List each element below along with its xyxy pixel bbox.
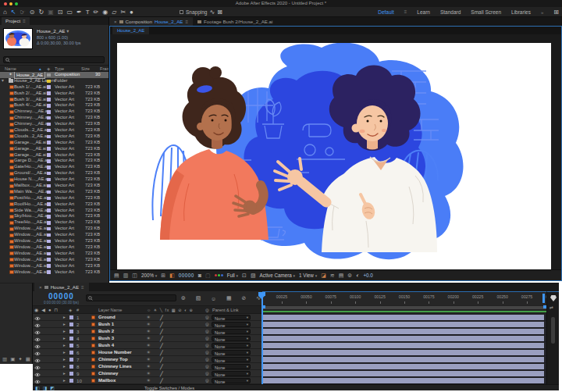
label-swatch[interactable] <box>47 153 51 157</box>
label-swatch[interactable] <box>47 202 51 206</box>
column-type[interactable]: Type <box>55 66 64 72</box>
region-of-interest-icon[interactable]: ⊡ <box>242 273 247 279</box>
layer-color-swatch[interactable] <box>69 351 73 355</box>
layer-color-swatch[interactable] <box>69 315 73 319</box>
twirl-icon[interactable]: ▾ <box>2 78 4 84</box>
label-swatch[interactable] <box>47 141 51 144</box>
parent-select[interactable]: None▾ <box>212 357 251 362</box>
pickwhip-icon[interactable]: ◎ <box>205 335 209 342</box>
timeline-layer-row[interactable]: ▸ 7 Chimney Top ☀ ╱ ◎ None▾ <box>33 356 262 363</box>
label-column-icon[interactable]: ◈ <box>69 308 72 313</box>
parent-select[interactable]: None▾ <box>212 329 251 334</box>
project-item-row[interactable]: Window..._AE.ai Vector Art 723 KB <box>0 263 108 269</box>
label-swatch[interactable] <box>47 233 51 237</box>
project-item-row[interactable]: Window..._AE.ai Vector Art 723 KB <box>0 238 108 244</box>
pickwhip-icon[interactable]: ◎ <box>205 342 209 349</box>
pickwhip-icon[interactable]: ◎ <box>205 370 209 377</box>
draft-3d-icon[interactable]: ▧ <box>196 295 201 301</box>
current-time-display[interactable]: 00000 <box>48 292 74 301</box>
layer-duration-bar[interactable] <box>263 329 544 334</box>
type-tool[interactable]: T <box>86 7 90 17</box>
project-item-row[interactable]: House_2_AE Composition 30 <box>0 72 108 78</box>
comp-marker-bin-icon[interactable] <box>550 295 557 301</box>
layer-duration-bar[interactable] <box>263 350 544 355</box>
layer-color-swatch[interactable] <box>69 365 73 369</box>
snapping-chec_kbox[interactable] <box>180 10 183 14</box>
label-swatch[interactable] <box>47 159 51 163</box>
panel-menu-icon[interactable]: ≡ <box>81 284 84 290</box>
pixel-aspect-icon[interactable]: ◪ <box>321 273 326 279</box>
quality-icon[interactable]: ╱ <box>160 370 163 377</box>
layer-color-swatch[interactable] <box>69 323 73 326</box>
label-swatch[interactable] <box>47 258 51 262</box>
timeline-button-icon[interactable]: ▤ <box>339 273 344 279</box>
snapping-along-edges-icon[interactable]: ∿ <box>209 7 215 17</box>
search-workspace-icon[interactable]: ⊞ <box>553 7 559 17</box>
pickwhip-icon[interactable]: ◎ <box>205 363 209 370</box>
quality-icon[interactable]: ╱ <box>160 377 163 384</box>
label-swatch[interactable] <box>47 240 51 244</box>
switches-column-icons[interactable]: ☺ ☀ ╲ fx ▦ ⊘ ◐ ⊕ <box>147 308 194 313</box>
project-item-row[interactable]: Clouds...2_AE.ai Vector Art 723 KB <box>0 127 108 134</box>
expand-layer-switches-icon[interactable]: ◧ <box>35 385 40 390</box>
project-item-row[interactable]: Window..._AE.ai Vector Art 723 KB <box>0 226 108 232</box>
workspace-standard[interactable]: Standard <box>440 9 461 15</box>
layer-name[interactable]: House Number <box>98 349 132 356</box>
video-column-icon[interactable]: ◉ <box>34 308 38 313</box>
tab-project[interactable]: Project≡ <box>2 17 30 25</box>
collapse-transform-icon[interactable]: ☀ <box>147 377 151 384</box>
project-item-row[interactable]: Garge D..._AE.ai Vector Art 723 KB <box>0 158 108 164</box>
home-tool[interactable]: ⌂ <box>3 7 7 17</box>
project-item-row[interactable]: Roof/Ho..._AE.ai Vector Art 723 KB <box>0 201 108 208</box>
label-swatch[interactable] <box>47 91 51 95</box>
grid-guides-icon[interactable]: ⊞ <box>161 273 165 279</box>
transparency-grid-icon[interactable]: ▨ <box>251 273 256 279</box>
twirl-icon[interactable]: ▸ <box>63 321 66 328</box>
always-preview-icon[interactable]: ▤ <box>114 273 119 279</box>
resolution-select[interactable]: Full ▾ <box>227 273 238 278</box>
selection-tool[interactable]: ↖ <box>11 7 16 17</box>
layer-name[interactable]: Chimney Lines <box>98 363 132 370</box>
number-column[interactable]: # <box>76 308 79 313</box>
timeline-layer-row[interactable]: ▸ 10 Mailbox ☀ ╱ ◎ None▾ <box>33 377 262 384</box>
layer-name[interactable]: Chimney <box>98 370 118 377</box>
project-item-row[interactable]: Bush 4/..._AE.ai Vector Art 723 KB <box>0 102 108 109</box>
mini-flowchart-icon[interactable]: ⊚ <box>181 295 186 301</box>
timeline-layer-row[interactable]: ▸ 8 Chimney Lines ☀ ╱ ◎ None▾ <box>33 363 262 370</box>
close-icon[interactable]: × <box>39 284 42 290</box>
timeline-layer-row[interactable]: ▸ 9 Chimney ☀ ╱ ◎ None▾ <box>33 370 262 377</box>
label-swatch[interactable] <box>47 264 51 268</box>
quality-icon[interactable]: ╱ <box>160 314 163 321</box>
brush-tool[interactable]: ✏ <box>94 7 99 17</box>
layer-name[interactable]: Mailbox <box>98 377 116 384</box>
show-snapshot-icon[interactable]: ▢ <box>205 273 211 279</box>
label-swatch[interactable] <box>47 184 51 188</box>
pickwhip-icon[interactable]: ◎ <box>205 349 209 356</box>
project-item-row[interactable]: Bush 1/..._AE.ai Vector Art 723 KB <box>0 84 108 91</box>
project-item-row[interactable]: Clouds...2_AE.ai Vector Art 723 KB <box>0 134 108 140</box>
toggle-switches-modes-button[interactable]: Toggle Switches / Modes <box>119 385 220 390</box>
playhead-line[interactable] <box>261 293 263 384</box>
pickwhip-icon[interactable]: ◎ <box>205 328 209 335</box>
project-item-row[interactable]: Window..._AE.ai Vector Art 723 KB <box>0 251 108 257</box>
twirl-icon[interactable]: ▸ <box>63 356 66 363</box>
project-item-row[interactable]: Chimney..._AE.ai Vector Art 723 KB <box>0 115 108 121</box>
label-swatch[interactable] <box>47 270 51 274</box>
layer-name[interactable]: Bush 2 <box>98 328 114 335</box>
eraser-tool[interactable]: ▱ <box>112 7 116 17</box>
layer-name[interactable]: Bush 1 <box>98 321 114 328</box>
parent-select[interactable]: None▾ <box>212 336 251 341</box>
project-item-row[interactable]: Side Wa..._AE.ai Vector Art 723 KB <box>0 208 108 214</box>
timeline-layer-row[interactable]: ▸ 5 Bush 4 ☀ ╱ ◎ None▾ <box>33 342 262 349</box>
tab-composition[interactable]: × Composition House_2_AE ≡ <box>109 17 193 26</box>
label-swatch[interactable] <box>47 147 51 151</box>
roto-brush-tool[interactable]: ✂ <box>120 7 126 17</box>
project-item-row[interactable]: Chimney..._AE.ai Vector Art 723 KB <box>0 109 108 115</box>
snapping-features-icon[interactable]: ⊠ <box>217 7 222 17</box>
layer-color-swatch[interactable] <box>69 372 73 376</box>
playhead-handle[interactable] <box>258 292 265 296</box>
label-swatch[interactable] <box>47 172 51 176</box>
layer-name-column[interactable]: Layer Name <box>98 308 122 313</box>
shape-tool[interactable]: ▭ <box>66 7 73 17</box>
puppet-pin-tool[interactable]: ● <box>130 7 133 17</box>
